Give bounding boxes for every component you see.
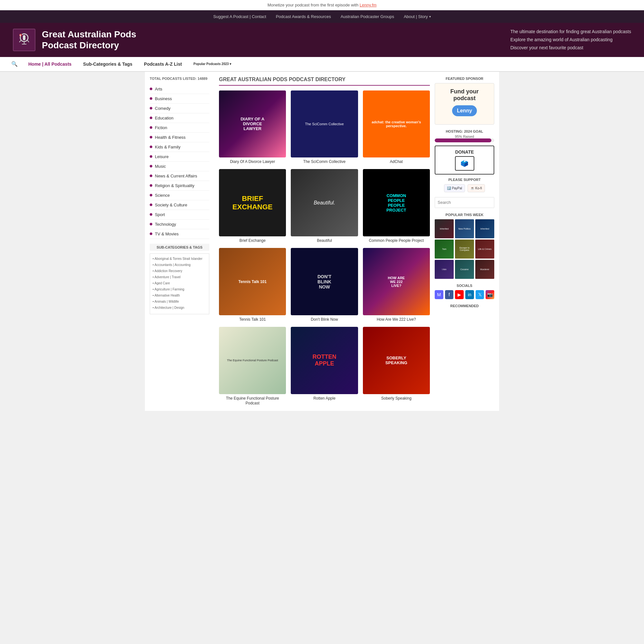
sidebar-category[interactable]: Health & Fitness: [150, 133, 209, 142]
support-buttons: 🅿️ PayPal ☕ Ko-fi: [435, 184, 494, 192]
podcast-name: Diary Of A Divorce Lawyer: [219, 159, 286, 165]
popular-podcast-thumb[interactable]: Life & Crimes: [475, 240, 494, 259]
popular-podcast-thumb[interactable]: Inherited: [475, 219, 494, 238]
subcategory-item[interactable]: • Agriculture | Farming: [153, 287, 206, 292]
nav-groups[interactable]: Australian Podcaster Groups: [341, 14, 394, 19]
sidebar-category[interactable]: Comedy: [150, 104, 209, 113]
popular-podcast-thumb[interactable]: Cocaine: [455, 260, 474, 279]
popular-podcast-thumb[interactable]: 7am: [435, 240, 454, 259]
podcast-thumbnail: HOW ARE WE 222 LIVE?: [363, 248, 430, 315]
search-input[interactable]: [435, 197, 494, 208]
sidebar-category[interactable]: Science: [150, 191, 209, 200]
podcast-item[interactable]: HOW ARE WE 222 LIVE?How Are We 222 Live?: [363, 248, 430, 322]
podcast-item[interactable]: SOBERLY SPEAKINGSoberly Speaking: [363, 327, 430, 406]
popular-podcast-thumb[interactable]: Escape to Compass: [455, 240, 474, 259]
sidebar-category[interactable]: Sport: [150, 210, 209, 220]
sidebar-category[interactable]: Society & Culture: [150, 200, 209, 210]
podcast-item[interactable]: Tennis Talk 101Tennis Talk 101: [219, 248, 286, 322]
podcast-item[interactable]: The SciComm CollectiveThe SciComm Collec…: [291, 90, 358, 165]
podcast-item[interactable]: ROTTEN APPLERotten Apple: [291, 327, 358, 406]
sidebar-category[interactable]: Fiction: [150, 123, 209, 133]
site-header: 🎙 Great Australian Pods Podcast Director…: [0, 23, 644, 57]
sidebar-category[interactable]: Business: [150, 94, 209, 104]
category-bullet: [150, 97, 152, 100]
nav-home[interactable]: Home | All Podcasts: [23, 57, 77, 71]
subcategory-item[interactable]: • Architecture | Design: [153, 305, 206, 310]
popular-this-week-title: POPULAR THIS WEEK: [435, 213, 494, 217]
donate-box[interactable]: DONATE 🗳️: [435, 146, 494, 175]
category-bullet: [150, 136, 152, 138]
paypal-button[interactable]: 🅿️ PayPal: [444, 184, 465, 192]
popular-podcast-thumb[interactable]: Murderer: [475, 260, 494, 279]
sidebar-category[interactable]: Technology: [150, 220, 209, 229]
podcast-item[interactable]: DON'T BLINK NOWDon't Blink Now: [291, 248, 358, 322]
sidebar-category[interactable]: Music: [150, 162, 209, 171]
podcast-item[interactable]: Beautiful.Beautiful: [291, 169, 358, 243]
facebook-icon[interactable]: f: [445, 290, 454, 299]
category-bullet: [150, 107, 152, 109]
podcast-item[interactable]: DIARY OF A DIVORCE LAWYERDiary Of A Divo…: [219, 90, 286, 165]
category-bullet: [150, 155, 152, 158]
sidebar-category[interactable]: Education: [150, 113, 209, 123]
total-podcasts: TOTAL PODCASTS LISTED: 14889: [150, 77, 209, 81]
subcategory-item[interactable]: • Adventure | Travel: [153, 275, 206, 280]
podcast-grid: DIARY OF A DIVORCE LAWYERDiary Of A Divo…: [219, 90, 430, 406]
twitter-icon[interactable]: 𝕏: [476, 290, 484, 299]
sidebar-category[interactable]: Leisure: [150, 152, 209, 162]
podcast-thumbnail: ROTTEN APPLE: [291, 327, 358, 394]
top-nav: Suggest A Podcast | Contact Podcast Awar…: [0, 10, 644, 23]
category-list: ArtsBusinessComedyEducationFictionHealth…: [150, 84, 209, 239]
podcast-item[interactable]: adchat: the creative woman's perspective…: [363, 90, 430, 165]
svg-text:🎙: 🎙: [19, 34, 22, 37]
secondary-nav: 🔍 Home | All Podcasts Sub-Categories & T…: [0, 57, 644, 72]
podcast-name: AdChat: [363, 159, 430, 165]
mastodon-icon[interactable]: M: [435, 290, 443, 299]
subcategory-item[interactable]: • Accountants | Accounting: [153, 262, 206, 268]
sidebar-category[interactable]: News & Current Affairs: [150, 171, 209, 181]
linkedin-icon[interactable]: in: [465, 290, 474, 299]
category-bullet: [150, 232, 152, 235]
page-title: GREAT AUSTRALIAN PODS PODCAST DIRECTORY: [219, 77, 430, 86]
hosting-goal: HOSTING: 2024 GOAL 95% Raised: [435, 129, 494, 142]
nav-popular-label: Popular Podcasts 2023: [194, 62, 229, 66]
please-support-title: PLEASE SUPPORT: [435, 178, 494, 182]
subcategory-item[interactable]: • Addiction Recovery: [153, 269, 206, 274]
sidebar-category[interactable]: Kids & Family: [150, 142, 209, 152]
podcast-item[interactable]: COMMON PEOPLE PEOPLE PROJECTCommon Peopl…: [363, 169, 430, 243]
popular-podcast-thumb[interactable]: I Am: [435, 260, 454, 279]
popular-grid: InheritedNew PoliticsInherited7amEscape …: [435, 219, 494, 279]
subcategory-item[interactable]: • Aged Care: [153, 281, 206, 286]
nav-subcategories[interactable]: Sub-Categories & Tags: [77, 57, 138, 71]
nav-about[interactable]: About | Story: [404, 14, 428, 19]
nav-popular-dropdown[interactable]: Popular Podcasts 2023 ▾: [188, 57, 237, 71]
podcast-item[interactable]: BRIEF EXCHANGEBrief Exchange: [219, 169, 286, 243]
lenny-button[interactable]: Lenny: [452, 105, 477, 116]
category-bullet: [150, 117, 152, 119]
youtube-icon[interactable]: ▶: [455, 290, 464, 299]
sidebar-category[interactable]: Religion & Spirituality: [150, 181, 209, 191]
search-icon[interactable]: 🔍: [6, 57, 23, 71]
podcast-item[interactable]: The Equine Functional Posture PodcastThe…: [219, 327, 286, 406]
instagram-icon[interactable]: 📷: [486, 290, 494, 299]
podcast-thumbnail: COMMON PEOPLE PEOPLE PROJECT: [363, 169, 430, 236]
sidebar-category[interactable]: Arts: [150, 84, 209, 94]
nav-awards[interactable]: Podcast Awards & Resources: [276, 14, 331, 19]
popular-podcast-thumb[interactable]: Inherited: [435, 219, 454, 238]
podcast-thumbnail: The SciComm Collective: [291, 90, 358, 157]
lenny-link[interactable]: Lenny.fm: [360, 3, 377, 7]
nav-popular-arrow: ▾: [230, 62, 231, 66]
header-taglines: The ultimate destination for finding gre…: [510, 28, 631, 52]
subcategory-item[interactable]: • Aboriginal & Torres Strait Islander: [153, 256, 206, 261]
kofi-button[interactable]: ☕ Ko-fi: [468, 184, 485, 192]
nav-suggest[interactable]: Suggest A Podcast | Contact: [213, 14, 266, 19]
subcategory-item[interactable]: • Animals | Wildlife: [153, 299, 206, 304]
nav-az-list[interactable]: Podcasts A-Z List: [138, 57, 188, 71]
nav-about-arrow: ▾: [429, 15, 431, 18]
top-banner: Monetize your podcast from the first epi…: [0, 0, 644, 10]
popular-podcast-thumb[interactable]: New Politics: [455, 219, 474, 238]
sidebar-category[interactable]: TV & Movies: [150, 229, 209, 239]
site-logo: 🎙: [13, 29, 35, 51]
podcast-name: How Are We 222 Live?: [363, 317, 430, 322]
nav-about-dropdown[interactable]: About | Story ▾: [404, 14, 431, 19]
subcategory-item[interactable]: • Alternative Health: [153, 293, 206, 298]
